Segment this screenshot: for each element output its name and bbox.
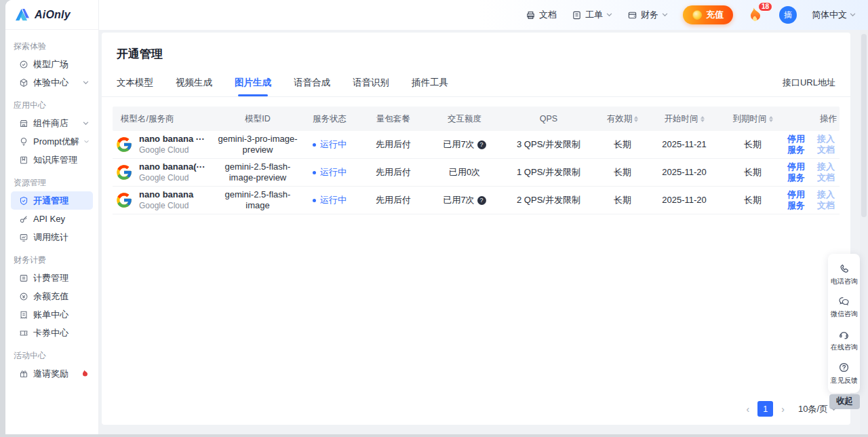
notification-badge: 18 — [758, 2, 772, 12]
recharge-button[interactable]: 充值 — [683, 5, 733, 24]
top-nav: 文档 工单 财务 充值 18 摘 简体中文 — [99, 0, 868, 30]
chevron-down-icon — [662, 13, 668, 17]
start-date-cell: 2025-11-21 — [648, 139, 720, 150]
activation-icon — [19, 196, 28, 206]
quota-cell: 已用7次? — [429, 195, 500, 206]
brand-logo[interactable]: AiOnly — [5, 0, 99, 30]
nav-workorder[interactable]: 工单 — [572, 9, 612, 21]
nav-docs[interactable]: 文档 — [526, 9, 557, 21]
nav-finance[interactable]: 财务 — [627, 9, 668, 21]
wechat-support-button[interactable]: 微信咨询 — [828, 291, 860, 324]
sidebar-item-model-plaza[interactable]: 模型广场 — [11, 55, 93, 73]
api-url-link[interactable]: 接口URL地址 — [783, 77, 835, 93]
sort-icon[interactable] — [769, 116, 773, 122]
tab-plugin-tools[interactable]: 插件工具 — [412, 73, 448, 96]
sidebar-item-usage-stats[interactable]: 调用统计 — [11, 228, 93, 246]
sidebar-item-prompt[interactable]: Prompt优解 — [11, 132, 93, 151]
tab-text-model[interactable]: 文本模型 — [117, 73, 153, 96]
access-doc-link[interactable]: 接入文档 — [815, 189, 837, 212]
google-logo — [115, 191, 133, 209]
tab-speech-recognition[interactable]: 语音识别 — [353, 73, 389, 96]
prev-page-button[interactable]: ‹ — [745, 404, 751, 415]
phone-support-button[interactable]: 电话咨询 — [828, 258, 860, 291]
feedback-button[interactable]: 意见反馈 — [828, 357, 860, 390]
sort-icon[interactable] — [634, 116, 638, 122]
stop-service-link[interactable]: 停用服务 — [785, 162, 807, 184]
validity-cell: 长期 — [597, 195, 648, 206]
chevron-down-icon — [83, 81, 89, 85]
header-expire-time[interactable]: 到期时间 — [720, 113, 785, 125]
model-id: gemini-2.5-flash-image-preview — [217, 162, 298, 184]
sidebar-item-activation-management[interactable]: 开通管理 — [11, 191, 93, 210]
info-tooltip-icon[interactable]: ? — [477, 196, 486, 205]
quota-cell: 已用0次? — [429, 167, 500, 178]
bulb-icon — [19, 137, 28, 147]
key-icon — [19, 214, 28, 224]
model-plaza-icon — [19, 60, 28, 69]
content-card: 开通管理 文本模型 视频生成 图片生成 语音合成 语音识别 插件工具 接口URL… — [102, 33, 850, 425]
model-provider: Google Cloud — [139, 173, 205, 183]
stop-service-link[interactable]: 停用服务 — [785, 189, 807, 212]
wechat-icon — [838, 296, 850, 307]
header-start-time[interactable]: 开始时间 — [648, 113, 720, 125]
main-layout: 探索体验 模型广场 体验中心 应用中心 组件商店 — [5, 30, 868, 434]
sidebar-item-billing-management[interactable]: 计费管理 — [11, 269, 93, 287]
collapse-widget-button[interactable]: 收起 — [829, 394, 860, 409]
sidebar-item-api-key[interactable]: API Key — [11, 210, 93, 228]
language-selector[interactable]: 简体中文 — [812, 9, 856, 21]
current-page-button[interactable]: 1 — [757, 401, 773, 417]
validity-cell: 长期 — [597, 167, 648, 178]
tab-bar: 文本模型 视频生成 图片生成 语音合成 语音识别 插件工具 接口URL地址 — [102, 73, 850, 97]
user-avatar[interactable]: 摘 — [779, 6, 797, 24]
scrollbar-thumb[interactable] — [861, 34, 867, 217]
info-tooltip-icon[interactable]: ? — [477, 140, 486, 149]
phone-icon — [838, 263, 850, 274]
access-doc-link[interactable]: 接入文档 — [815, 162, 837, 184]
online-support-button[interactable]: 在线咨询 — [828, 324, 860, 357]
workorder-icon — [572, 10, 582, 20]
sidebar-item-balance-recharge[interactable]: 余额充值 — [11, 287, 93, 305]
stop-service-link[interactable]: 停用服务 — [785, 134, 807, 156]
sidebar-section-explore: 探索体验 模型广场 体验中心 — [11, 37, 93, 92]
scrollbar[interactable] — [860, 30, 868, 434]
next-page-button[interactable]: › — [780, 404, 786, 415]
chevron-down-icon — [84, 140, 89, 144]
status-badge: 运行中 — [301, 139, 358, 150]
qps-cell: 1 QPS/并发限制 — [500, 167, 597, 178]
aionly-logo-icon — [15, 8, 30, 22]
sidebar-item-component-store[interactable]: 组件商店 — [11, 114, 93, 132]
sidebar-item-bill-center[interactable]: 账单中心 — [11, 305, 93, 324]
document-icon — [526, 10, 536, 20]
sidebar-section-resources: 资源管理 开通管理 API Key 调用统计 — [11, 173, 93, 246]
header-validity[interactable]: 有效期 — [597, 113, 648, 125]
model-provider: Google Cloud — [139, 201, 193, 211]
hot-flame-icon — [81, 369, 89, 378]
qps-cell: 2 QPS/并发限制 — [500, 195, 597, 206]
sidebar-section-billing: 财务计费 计费管理 余额充值 账单中心 卡券中心 — [11, 250, 93, 342]
tab-image-generation[interactable]: 图片生成 — [235, 73, 271, 96]
chevron-down-icon — [83, 121, 89, 126]
sidebar-item-invite-reward[interactable]: 邀请奖励 — [11, 364, 93, 383]
status-dot — [313, 143, 316, 147]
support-widget: 电话咨询 微信咨询 在线咨询 意见反馈 — [828, 254, 860, 393]
balance-recharge-icon — [19, 292, 28, 301]
activity-fire[interactable]: 18 — [748, 6, 764, 24]
table-row: nano banana ···Google Cloud gemini-3-pro… — [113, 131, 840, 159]
sort-icon[interactable] — [701, 116, 705, 122]
experience-center-icon — [19, 78, 28, 88]
model-provider: Google Cloud — [139, 145, 205, 155]
page-title: 开通管理 — [102, 33, 850, 73]
knowledge-base-icon — [19, 155, 28, 165]
tab-video-generation[interactable]: 视频生成 — [176, 73, 212, 96]
model-id: gemini-3-pro-image-preview — [217, 134, 298, 156]
validity-cell: 长期 — [597, 139, 648, 150]
coin-icon — [692, 10, 702, 20]
google-logo — [115, 164, 133, 181]
sidebar-item-experience-center[interactable]: 体验中心 — [11, 73, 93, 92]
sidebar-item-knowledge-base[interactable]: 知识库管理 — [11, 151, 93, 169]
status-dot — [313, 171, 316, 174]
table-header-row: 模型名/服务商 模型ID 服务状态 量包套餐 交互额度 QPS 有效期 开始时间… — [113, 107, 840, 131]
tab-speech-synthesis[interactable]: 语音合成 — [294, 73, 330, 96]
access-doc-link[interactable]: 接入文档 — [815, 134, 837, 156]
sidebar-item-coupon-center[interactable]: 卡券中心 — [11, 324, 93, 342]
